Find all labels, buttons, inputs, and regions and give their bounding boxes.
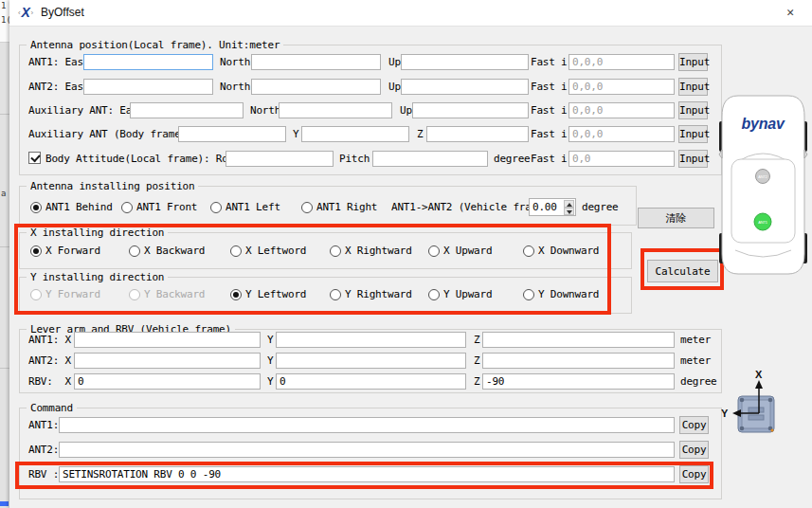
x-axis-arrowhead bbox=[755, 380, 763, 389]
radio-x-backward-label: X Backward bbox=[144, 244, 205, 258]
spin-up-icon[interactable] bbox=[564, 200, 574, 208]
car-logo-text: bynav bbox=[741, 116, 785, 132]
radio-ant1-left[interactable] bbox=[210, 202, 222, 213]
background-divider bbox=[0, 246, 9, 247]
up-label: Up bbox=[400, 102, 412, 118]
radio-y-backward bbox=[129, 289, 140, 300]
radio-y-leftword[interactable] bbox=[230, 289, 242, 300]
lever-ant1-y-input[interactable] bbox=[276, 332, 466, 348]
ant2-up-input[interactable] bbox=[401, 79, 529, 95]
fast-label: Fast i bbox=[531, 151, 568, 167]
radio-x-downward[interactable] bbox=[523, 245, 534, 257]
rbv-x-input[interactable] bbox=[74, 373, 261, 390]
command-ant1-input[interactable] bbox=[59, 417, 675, 433]
ant1-row-label: ANT1: East bbox=[28, 54, 89, 70]
command-ant2-copy-button[interactable]: Copy bbox=[679, 441, 709, 459]
ant1-north-input[interactable] bbox=[251, 54, 381, 70]
aux-ant-body-y-input[interactable] bbox=[301, 126, 409, 142]
radio-y-downward[interactable] bbox=[523, 289, 534, 300]
aux-ant-east-input[interactable] bbox=[130, 102, 244, 118]
ant1-input-button[interactable]: Input bbox=[678, 53, 708, 71]
aux-ant-body-x-input[interactable] bbox=[178, 126, 286, 142]
radio-x-forward[interactable] bbox=[30, 245, 42, 257]
aux-ant-fast-input[interactable] bbox=[568, 102, 675, 118]
x-axis-label: X bbox=[755, 370, 763, 380]
aux-ant-north-input[interactable] bbox=[279, 102, 392, 118]
aux-ant-up-input[interactable] bbox=[412, 102, 529, 118]
radio-y-rightward-label: Y Rightward bbox=[345, 287, 412, 301]
radio-y-rightward[interactable] bbox=[330, 289, 341, 300]
meter-unit-label: meter bbox=[680, 332, 711, 348]
window-title: ByOffset bbox=[41, 6, 84, 19]
close-icon[interactable]: ✕ bbox=[776, 0, 804, 25]
y-label: Y bbox=[267, 353, 273, 369]
angle-spinbox[interactable]: 0.00 bbox=[529, 198, 576, 216]
installing-position-group-title: Antenna installing position bbox=[27, 180, 198, 192]
radio-x-backward[interactable] bbox=[129, 245, 140, 257]
radio-x-leftword[interactable] bbox=[230, 245, 242, 257]
radio-x-rightward[interactable] bbox=[330, 245, 341, 257]
lever-ant2-label: ANT2: X bbox=[28, 353, 71, 369]
ant1-fast-input[interactable] bbox=[568, 54, 675, 70]
roll-input[interactable] bbox=[226, 151, 334, 167]
body-attitude-input-button[interactable]: Input bbox=[678, 150, 708, 168]
radio-y-upward[interactable] bbox=[428, 289, 440, 300]
pitch-input[interactable] bbox=[372, 151, 488, 167]
radio-ant1-behind-label: ANT1 Behind bbox=[45, 200, 113, 214]
radio-ant1-front-label: ANT1 Front bbox=[136, 200, 197, 214]
ant2-input-button[interactable]: Input bbox=[678, 78, 708, 96]
ant2-fast-input[interactable] bbox=[568, 79, 675, 95]
radio-x-upward[interactable] bbox=[428, 245, 440, 257]
ant1-east-input[interactable] bbox=[83, 54, 213, 70]
angle-degree-label: degree bbox=[582, 200, 619, 214]
lever-ant2-x-input[interactable] bbox=[74, 353, 261, 369]
aux-ant-body-input-button[interactable]: Input bbox=[678, 125, 708, 143]
fast-label: Fast i bbox=[531, 79, 568, 95]
spin-down-icon[interactable] bbox=[564, 208, 574, 215]
aux-ant-body-z-input[interactable] bbox=[426, 126, 529, 142]
ant2-north-input[interactable] bbox=[251, 79, 381, 95]
ant2-marker-label: ANT2 bbox=[758, 174, 767, 179]
radio-ant1-right-label: ANT1 Right bbox=[316, 200, 377, 214]
ant2-east-input[interactable] bbox=[83, 79, 213, 95]
fast-label: Fast i bbox=[531, 126, 568, 142]
lever-ant2-y-input[interactable] bbox=[276, 353, 466, 369]
device-screw bbox=[740, 426, 745, 431]
device-top-panel bbox=[742, 400, 770, 428]
command-rbv-copy-button[interactable]: Copy bbox=[679, 465, 709, 483]
device-screw bbox=[768, 398, 773, 403]
antenna-position-group-title: Antenna position(Local frame). Unit:mete… bbox=[27, 39, 283, 51]
title-bar[interactable]: X ByOffset ✕ bbox=[9, 0, 812, 27]
body-attitude-checkbox[interactable] bbox=[28, 152, 41, 164]
up-label: Up bbox=[388, 79, 401, 95]
ant1-up-input[interactable] bbox=[401, 54, 529, 70]
y-label: Y bbox=[267, 373, 273, 390]
lever-ant1-z-input[interactable] bbox=[482, 332, 675, 348]
degree-label: degree bbox=[494, 151, 531, 167]
radio-ant1-front[interactable] bbox=[121, 202, 133, 213]
angle-value: 0.00 bbox=[532, 200, 557, 214]
command-rbv-input[interactable] bbox=[59, 466, 675, 482]
ant1-marker-label: ANT1 bbox=[758, 220, 767, 225]
screen: 1 1( a X ByOffset ✕ Antenna position(Loc… bbox=[0, 0, 812, 508]
rbv-y-input[interactable] bbox=[276, 373, 466, 390]
rbv-z-input[interactable] bbox=[482, 373, 675, 390]
aux-ant-body-fast-input[interactable] bbox=[568, 126, 675, 142]
body-attitude-label: Body Attitude(Local frame): Roll bbox=[45, 151, 241, 167]
command-ant2-input[interactable] bbox=[59, 442, 675, 458]
calculate-button[interactable]: Calculate bbox=[647, 260, 718, 282]
aux-ant-input-button[interactable]: Input bbox=[678, 101, 708, 119]
radio-ant1-behind[interactable] bbox=[30, 202, 42, 213]
command-ant1-copy-button[interactable]: Copy bbox=[679, 416, 709, 434]
y-direction-group-title: Y installing direction bbox=[27, 271, 168, 283]
app-icon: X bbox=[18, 5, 33, 20]
y-axis-label: Y bbox=[721, 408, 729, 419]
lever-ant2-z-input[interactable] bbox=[482, 353, 675, 369]
y-label: Y bbox=[293, 126, 298, 142]
clear-button[interactable]: 清除 bbox=[638, 208, 714, 228]
background-divider bbox=[0, 368, 9, 369]
radio-ant1-right[interactable] bbox=[301, 202, 313, 213]
body-attitude-fast-input[interactable] bbox=[568, 151, 675, 167]
lever-ant1-x-input[interactable] bbox=[74, 332, 261, 348]
radio-x-upward-label: X Upward bbox=[443, 244, 492, 258]
